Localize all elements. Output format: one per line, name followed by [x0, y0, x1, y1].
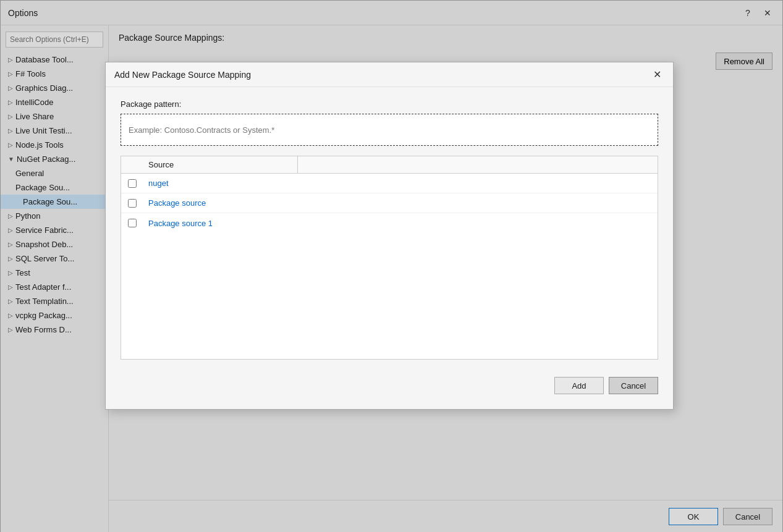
modal-dialog: Add New Package Source Mapping ✕ Package… — [105, 62, 674, 410]
table-body: nuget Package source Packa — [121, 174, 658, 359]
field-label: Package pattern: — [121, 99, 658, 109]
add-button[interactable]: Add — [554, 377, 604, 394]
row-checkbox-package-source[interactable] — [121, 199, 143, 208]
modal-titlebar: Add New Package Source Mapping ✕ — [106, 62, 673, 87]
table-row: Package source — [121, 193, 658, 213]
modal-close-button[interactable]: ✕ — [650, 67, 664, 82]
row-checkbox-package-source-1[interactable] — [121, 219, 143, 227]
table-row: nuget — [121, 174, 658, 193]
checkbox-col-header — [121, 156, 143, 173]
row-source-name-package-source[interactable]: Package source — [143, 195, 658, 211]
checkbox-package-source-1[interactable] — [128, 219, 137, 227]
modal-overlay: Add New Package Source Mapping ✕ Package… — [0, 0, 783, 532]
modal-title: Add New Package Source Mapping — [114, 70, 650, 80]
row-source-name-package-source-1[interactable]: Package source 1 — [143, 215, 658, 232]
checkbox-nuget[interactable] — [128, 179, 137, 188]
table-header: Source — [121, 156, 658, 174]
modal-body: Package pattern: Source nuget — [106, 87, 673, 409]
modal-footer: Add Cancel — [121, 372, 658, 397]
source-table: Source nuget — [121, 156, 658, 360]
row-checkbox-nuget[interactable] — [121, 179, 143, 188]
rest-col-header — [298, 156, 658, 173]
checkbox-package-source[interactable] — [128, 199, 137, 208]
source-col-header: Source — [143, 156, 298, 173]
modal-cancel-button[interactable]: Cancel — [609, 377, 658, 394]
table-row: Package source 1 — [121, 213, 658, 233]
package-pattern-input[interactable] — [121, 114, 658, 146]
row-source-name-nuget[interactable]: nuget — [143, 175, 658, 192]
